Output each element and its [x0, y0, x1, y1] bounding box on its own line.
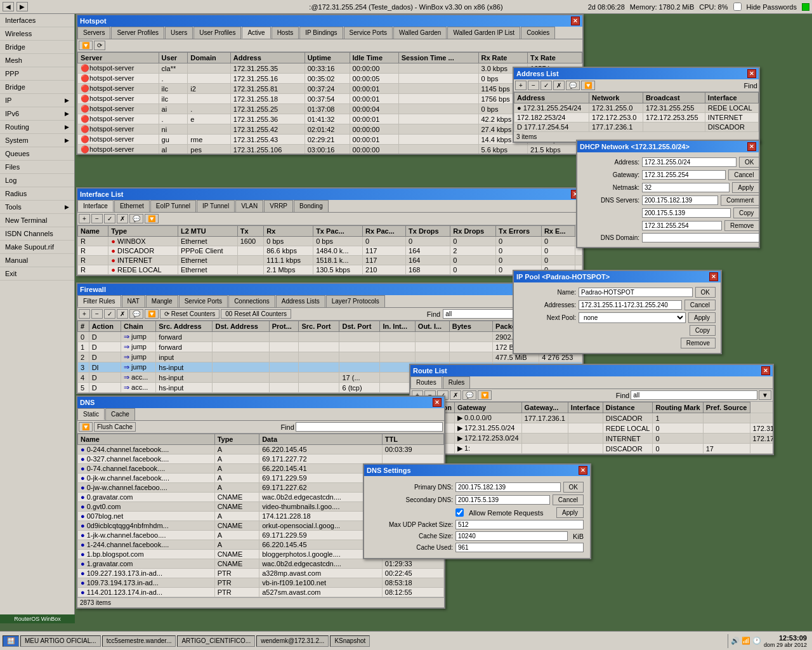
route-disable-btn[interactable]: ✗ [450, 390, 461, 400]
hotspot-tab-walled-garden[interactable]: Walled Garden [393, 27, 447, 39]
topbar-forward-btn[interactable]: ▶ [16, 2, 28, 11]
dhcp-cancel-btn[interactable]: Cancel [728, 169, 759, 180]
hotspot-tab-active[interactable]: Active [242, 27, 270, 39]
fw-tab-Mangle[interactable]: Mangle [146, 295, 178, 307]
fw-disable-btn[interactable]: ✗ [117, 309, 128, 319]
dns-settings-apply-btn[interactable]: Apply [556, 507, 584, 518]
dns-secondary-input[interactable] [455, 495, 550, 505]
hotspot-tab-ip-bindings[interactable]: IP Bindings [299, 27, 343, 39]
iface-row[interactable]: R● INTERNETEthernet111.1 kbps1518.1 k...… [78, 256, 582, 265]
route-find-input[interactable] [631, 390, 757, 400]
hotspot-refresh-btn[interactable]: ⟳ [94, 41, 105, 50]
fw-enable-btn[interactable]: ✓ [104, 309, 115, 319]
hotspot-close-btn[interactable]: ✕ [571, 17, 580, 25]
iface-disable-btn[interactable]: ✗ [117, 214, 128, 223]
dns-allow-remote-checkbox[interactable] [455, 508, 464, 517]
dns-row[interactable]: ● 0-327.channel.facebook....A69.171.227.… [78, 454, 444, 464]
sidebar-item-isdn-channels[interactable]: ISDN Channels [0, 227, 74, 241]
iface-remove-btn[interactable]: − [91, 214, 103, 223]
sidebar-item-system[interactable]: System▶ [0, 134, 74, 147]
hotspot-tab-servers[interactable]: Servers [77, 27, 110, 39]
dns-row[interactable]: ● 109.227.193.173.in-ad...PTRa328mp.avas… [78, 569, 444, 578]
dns-flush-btn[interactable]: Flush Cache [94, 422, 136, 432]
dns-row[interactable]: ● 1.gravatar.comCNAMEwac.0b2d.edgecastcd… [78, 559, 444, 569]
hotspot-row[interactable]: 🔴hotspot-serverilc172.31.255.1800:37:540… [78, 94, 582, 104]
ip-pool-titlebar[interactable]: IP Pool <Padrao-HOTSPOT> ✕ [514, 271, 721, 282]
dhcp-gateway-input[interactable] [642, 170, 726, 180]
interface-list-titlebar[interactable]: Interface List ✕ [77, 189, 582, 200]
addr-row[interactable]: D 177.17.254.54177.17.236.1DISCADOR [514, 123, 759, 132]
dns-cache-used-input[interactable] [455, 543, 584, 552]
iface-table-container[interactable]: NameTypeL2 MTUTxRxTx Pac...Rx Pac...Tx D… [77, 225, 582, 275]
hotspot-tab-service-ports[interactable]: Service Ports [344, 27, 393, 39]
topbar-back-btn[interactable]: ◀ [3, 2, 14, 11]
addr-row[interactable]: ● 172.31.255.254/24172.31.255.0172.31.25… [514, 103, 759, 113]
sidebar-item-bridge[interactable]: Bridge [0, 41, 74, 54]
route-list-close-btn[interactable]: ✕ [761, 366, 770, 375]
hotspot-tab-server-profiles[interactable]: Server Profiles [111, 27, 164, 39]
dhcp-dns1-input[interactable] [642, 196, 718, 205]
fw-row[interactable]: 2D⇒ jumpinput477.5 MiB4 276 253 [78, 352, 582, 362]
fw-tab-Filter Rules[interactable]: Filter Rules [77, 295, 121, 307]
dns-filter-btn[interactable]: 🔽 [79, 422, 93, 432]
pool-copy-btn[interactable]: Copy [690, 325, 716, 336]
dns-tab-Static[interactable]: Static [77, 408, 105, 420]
fw-tab-Address Lists[interactable]: Address Lists [276, 295, 325, 307]
iface-row[interactable]: R● WINBOXEthernet16000 bps0 bps00000 [78, 237, 582, 246]
fw-add-btn[interactable]: + [79, 309, 90, 319]
hotspot-row[interactable]: 🔴hotspot-servercla**172.31.255.3500:33:1… [78, 63, 582, 74]
route-row[interactable]: DA▶ 0.0.0.0/0177.17.236.1DISCADOR1 [411, 413, 773, 423]
iface-tab-Ethernet[interactable]: Ethernet [114, 200, 150, 212]
dns-row[interactable]: ● 114.201.123.174.in-ad...PTRa527sm.avas… [78, 588, 444, 597]
dhcp-copy-btn[interactable]: Copy [733, 208, 759, 218]
sidebar-item-make-supout.rif[interactable]: Make Supout.rif [0, 241, 74, 254]
fw-comment-btn[interactable]: 💬 [129, 309, 143, 319]
sidebar-item-manual[interactable]: Manual [0, 254, 74, 267]
iface-add-btn[interactable]: + [79, 214, 90, 223]
fw-reset-all-btn[interactable]: 00 Reset All Counters [221, 309, 291, 319]
dns-row[interactable]: ● 0-244.channel.facebook....A66.220.145.… [78, 445, 444, 454]
ip-pool-close-btn[interactable]: ✕ [709, 272, 718, 281]
pool-apply-btn[interactable]: Apply [688, 312, 716, 323]
hotspot-row[interactable]: 🔴hotspot-serverilci2172.31.255.8100:37:2… [78, 84, 582, 94]
addr-comment-btn[interactable]: 💬 [566, 81, 580, 90]
route-table-container[interactable]: DestinationGatewayGateway...InterfaceDis… [410, 402, 773, 454]
addr-filter-btn[interactable]: 🔽 [581, 81, 595, 90]
fw-filter-btn[interactable]: 🔽 [145, 309, 159, 319]
hotspot-titlebar[interactable]: Hotspot ✕ [77, 15, 582, 27]
fw-tab-Service Ports[interactable]: Service Ports [179, 295, 228, 307]
dhcp-close-btn[interactable]: ✕ [747, 142, 756, 151]
dns-titlebar[interactable]: DNS ✕ [77, 397, 444, 408]
address-list-close-btn[interactable]: ✕ [747, 69, 756, 78]
dhcp-remove-btn[interactable]: Remove [724, 220, 759, 231]
iface-tab-VRRP[interactable]: VRRP [264, 200, 293, 212]
dns-settings-close-btn[interactable]: ✕ [579, 466, 587, 475]
dhcp-apply-btn[interactable]: Apply [732, 182, 759, 193]
hotspot-tab-users[interactable]: Users [165, 27, 193, 39]
hotspot-filter-btn[interactable]: 🔽 [79, 41, 93, 50]
dns-primary-input[interactable] [455, 482, 561, 492]
fw-tab-Layer7 Protocols[interactable]: Layer7 Protocols [326, 295, 385, 307]
iface-enable-btn[interactable]: ✓ [104, 214, 115, 223]
taskbar-item[interactable]: tcc5semestre.wander... [102, 635, 176, 647]
hotspot-row[interactable]: 🔴hotspot-server.e172.31.255.3601:41:3200… [78, 114, 582, 124]
iface-tab-EoIP Tunnel[interactable]: EoIP Tunnel [150, 200, 196, 212]
iface-tab-IP Tunnel[interactable]: IP Tunnel [197, 200, 235, 212]
hotspot-tab-user-profiles[interactable]: User Profiles [193, 27, 241, 39]
fw-tab-NAT[interactable]: NAT [122, 295, 145, 307]
fw-row[interactable]: 0D⇒ jumpforward2902.1 KiB35 123 [78, 332, 582, 342]
hotspot-tab-walled-garden-ip-list[interactable]: Walled Garden IP List [447, 27, 520, 39]
fw-remove-btn[interactable]: − [91, 309, 103, 319]
hotspot-row[interactable]: 🔴hotspot-serverni172.31.255.4202:01:4200… [78, 124, 582, 135]
route-row[interactable]: DA▶ 1:DISCADOR017 [411, 444, 773, 454]
sidebar-item-ipv6[interactable]: IPv6▶ [0, 107, 74, 121]
sidebar-item-interfaces[interactable]: Interfaces [0, 14, 74, 27]
address-list-titlebar[interactable]: Address List ✕ [514, 68, 759, 79]
dns-settings-ok-btn[interactable]: OK [563, 482, 584, 493]
dns-close-btn[interactable]: ✕ [433, 398, 442, 407]
sidebar-item-mesh[interactable]: Mesh [0, 54, 74, 67]
route-row[interactable]: DA▶ 172.172.253.0/24INTERNET0172.172.253… [411, 434, 773, 444]
hotspot-row[interactable]: 🔴hotspot-serverai.172.31.255.2501:37:080… [78, 104, 582, 114]
dns-find-input[interactable] [296, 422, 443, 432]
hotspot-tab-hosts[interactable]: Hosts [272, 27, 299, 39]
